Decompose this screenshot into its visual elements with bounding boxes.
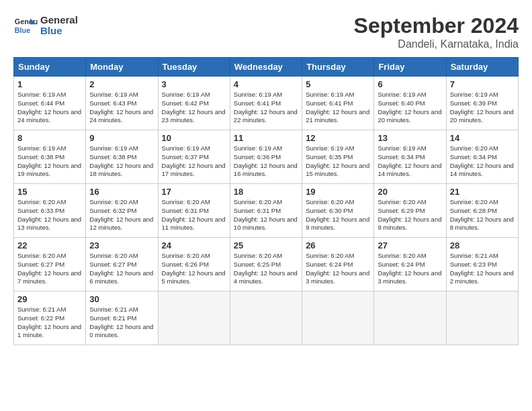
calendar-cell: 9Sunrise: 6:19 AMSunset: 6:38 PMDaylight… [86,130,158,184]
day-number: 11 [234,133,298,143]
calendar-cell: 6Sunrise: 6:19 AMSunset: 6:40 PMDaylight… [374,77,446,130]
day-number: 23 [89,240,154,250]
title-block: September 2024 Dandeli, Karnataka, India [354,13,519,50]
day-number: 14 [450,133,515,143]
day-number: 16 [89,187,154,197]
location: Dandeli, Karnataka, India [354,38,519,50]
day-number: 12 [306,133,370,143]
day-info: Sunrise: 6:19 AMSunset: 6:34 PMDaylight:… [378,144,442,179]
weekday-header-monday: Monday [86,58,158,77]
day-info: Sunrise: 6:19 AMSunset: 6:36 PMDaylight:… [234,144,298,179]
calendar-cell: 25Sunrise: 6:20 AMSunset: 6:25 PMDayligh… [230,238,302,291]
logo-line1: General [40,15,78,26]
logo: General Blue General Blue [13,13,78,38]
day-number: 17 [162,187,226,197]
calendar-cell: 20Sunrise: 6:20 AMSunset: 6:29 PMDayligh… [374,184,446,238]
svg-text:Blue: Blue [15,26,30,34]
calendar-week-5: 29Sunrise: 6:21 AMSunset: 6:22 PMDayligh… [14,291,519,345]
calendar-week-3: 15Sunrise: 6:20 AMSunset: 6:33 PMDayligh… [14,184,519,238]
calendar-cell: 24Sunrise: 6:20 AMSunset: 6:26 PMDayligh… [158,238,230,291]
day-number: 24 [162,240,226,250]
day-info: Sunrise: 6:20 AMSunset: 6:24 PMDaylight:… [378,252,442,286]
day-number: 8 [17,133,82,143]
day-number: 28 [450,240,515,250]
calendar-table: SundayMondayTuesdayWednesdayThursdayFrid… [13,57,519,345]
day-info: Sunrise: 6:20 AMSunset: 6:28 PMDaylight:… [450,198,515,232]
calendar-cell: 29Sunrise: 6:21 AMSunset: 6:22 PMDayligh… [14,291,86,345]
day-info: Sunrise: 6:19 AMSunset: 6:44 PMDaylight:… [17,91,82,125]
day-number: 3 [162,79,226,89]
calendar-cell: 11Sunrise: 6:19 AMSunset: 6:36 PMDayligh… [230,130,302,184]
calendar-cell: 26Sunrise: 6:20 AMSunset: 6:24 PMDayligh… [302,238,374,291]
weekday-header-wednesday: Wednesday [230,58,302,77]
calendar-cell: 7Sunrise: 6:19 AMSunset: 6:39 PMDaylight… [446,77,518,130]
day-info: Sunrise: 6:20 AMSunset: 6:34 PMDaylight:… [450,144,515,179]
day-number: 19 [306,187,370,197]
calendar-cell: 23Sunrise: 6:20 AMSunset: 6:27 PMDayligh… [86,238,158,291]
calendar-cell: 21Sunrise: 6:20 AMSunset: 6:28 PMDayligh… [446,184,518,238]
day-info: Sunrise: 6:21 AMSunset: 6:23 PMDaylight:… [450,252,515,286]
calendar-cell: 3Sunrise: 6:19 AMSunset: 6:42 PMDaylight… [158,77,230,130]
weekday-header-thursday: Thursday [302,58,374,77]
calendar-cell: 27Sunrise: 6:20 AMSunset: 6:24 PMDayligh… [374,238,446,291]
day-number: 18 [234,187,298,197]
day-number: 7 [450,79,515,89]
calendar-week-4: 22Sunrise: 6:20 AMSunset: 6:27 PMDayligh… [14,238,519,291]
calendar-cell: 16Sunrise: 6:20 AMSunset: 6:32 PMDayligh… [86,184,158,238]
day-info: Sunrise: 6:19 AMSunset: 6:37 PMDaylight:… [162,144,226,179]
weekday-header-saturday: Saturday [446,58,518,77]
day-number: 5 [306,79,370,89]
calendar-cell: 17Sunrise: 6:20 AMSunset: 6:31 PMDayligh… [158,184,230,238]
calendar-cell: 5Sunrise: 6:19 AMSunset: 6:41 PMDaylight… [302,77,374,130]
calendar-cell: 12Sunrise: 6:19 AMSunset: 6:35 PMDayligh… [302,130,374,184]
day-number: 20 [378,187,442,197]
calendar-cell: 30Sunrise: 6:21 AMSunset: 6:21 PMDayligh… [86,291,158,345]
day-number: 29 [17,294,82,304]
day-number: 6 [378,79,442,89]
day-info: Sunrise: 6:20 AMSunset: 6:24 PMDaylight:… [306,252,370,286]
svg-text:General: General [15,17,38,26]
logo-line2: Blue [40,26,78,37]
day-info: Sunrise: 6:20 AMSunset: 6:26 PMDaylight:… [162,252,226,286]
calendar-cell [158,291,230,345]
calendar-cell: 19Sunrise: 6:20 AMSunset: 6:30 PMDayligh… [302,184,374,238]
day-number: 10 [162,133,226,143]
calendar-cell: 10Sunrise: 6:19 AMSunset: 6:37 PMDayligh… [158,130,230,184]
weekday-header-row: SundayMondayTuesdayWednesdayThursdayFrid… [14,58,519,77]
calendar-cell: 8Sunrise: 6:19 AMSunset: 6:38 PMDaylight… [14,130,86,184]
day-info: Sunrise: 6:20 AMSunset: 6:25 PMDaylight:… [234,252,298,286]
day-number: 22 [17,240,82,250]
day-info: Sunrise: 6:19 AMSunset: 6:38 PMDaylight:… [89,144,154,179]
day-info: Sunrise: 6:19 AMSunset: 6:39 PMDaylight:… [450,91,515,125]
day-number: 2 [89,79,154,89]
day-info: Sunrise: 6:19 AMSunset: 6:42 PMDaylight:… [162,91,226,125]
day-number: 13 [378,133,442,143]
day-number: 1 [17,79,82,89]
calendar-cell: 1Sunrise: 6:19 AMSunset: 6:44 PMDaylight… [14,77,86,130]
calendar-cell [446,291,518,345]
day-info: Sunrise: 6:20 AMSunset: 6:29 PMDaylight:… [378,198,442,232]
calendar-week-1: 1Sunrise: 6:19 AMSunset: 6:44 PMDaylight… [14,77,519,130]
weekday-header-tuesday: Tuesday [158,58,230,77]
day-info: Sunrise: 6:20 AMSunset: 6:33 PMDaylight:… [17,198,82,232]
calendar-cell: 14Sunrise: 6:20 AMSunset: 6:34 PMDayligh… [446,130,518,184]
day-number: 30 [89,294,154,304]
logo-icon: General Blue [13,13,38,38]
page-header: General Blue General Blue September 2024… [13,13,519,50]
day-number: 4 [234,79,298,89]
day-info: Sunrise: 6:19 AMSunset: 6:40 PMDaylight:… [378,91,442,125]
calendar-cell: 4Sunrise: 6:19 AMSunset: 6:41 PMDaylight… [230,77,302,130]
calendar-cell: 18Sunrise: 6:20 AMSunset: 6:31 PMDayligh… [230,184,302,238]
day-info: Sunrise: 6:21 AMSunset: 6:22 PMDaylight:… [17,306,82,340]
day-number: 21 [450,187,515,197]
calendar-cell: 28Sunrise: 6:21 AMSunset: 6:23 PMDayligh… [446,238,518,291]
calendar-cell [374,291,446,345]
calendar-cell: 15Sunrise: 6:20 AMSunset: 6:33 PMDayligh… [14,184,86,238]
day-number: 26 [306,240,370,250]
day-info: Sunrise: 6:21 AMSunset: 6:21 PMDaylight:… [89,306,154,340]
day-info: Sunrise: 6:19 AMSunset: 6:43 PMDaylight:… [89,91,154,125]
day-number: 9 [89,133,154,143]
day-info: Sunrise: 6:20 AMSunset: 6:27 PMDaylight:… [17,252,82,286]
day-info: Sunrise: 6:20 AMSunset: 6:27 PMDaylight:… [89,252,154,286]
day-number: 25 [234,240,298,250]
